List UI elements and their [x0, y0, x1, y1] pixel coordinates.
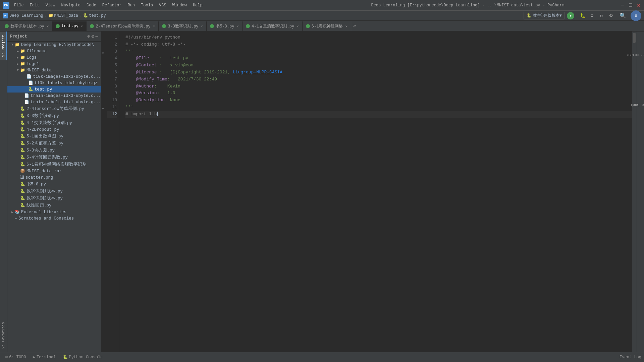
- menu-file[interactable]: File: [11, 2, 26, 8]
- tree-testpy[interactable]: 🐍 test.py: [7, 86, 101, 93]
- tab-digits33[interactable]: 3-3数字识别.py ✕: [159, 21, 207, 31]
- breadcrumb-file[interactable]: test.py: [89, 13, 106, 18]
- breadcrumb-project[interactable]: Deep Learnling: [9, 13, 43, 18]
- maximize-button[interactable]: □: [628, 3, 633, 8]
- search-button[interactable]: 🔍: [619, 12, 627, 19]
- tab-tensorflow[interactable]: 2-4Tensorflow简单示例.py ✕: [87, 21, 159, 31]
- run-config-dropdown[interactable]: 🐍 数字识别1版本▼: [524, 12, 565, 19]
- tree-logs1[interactable]: ▶ 📁 logs1: [7, 61, 101, 67]
- menu-code[interactable]: Code: [84, 2, 99, 8]
- close-button[interactable]: ✕: [636, 3, 641, 8]
- menu-help[interactable]: Help: [190, 2, 205, 8]
- tree-scatter51[interactable]: 🐍 5-1画出散点图.py: [7, 133, 101, 140]
- tree-root[interactable]: ▼ 📁 Deep Learnling E:\pythoncode\: [7, 42, 101, 48]
- code-line-1: #!/usr/bin/env python: [125, 34, 632, 41]
- tree-filename[interactable]: ▶ 📁 filename: [7, 48, 101, 54]
- sidebar-icon-locate[interactable]: ⊕: [87, 34, 90, 39]
- tree-book58[interactable]: 🐍 书5-8.py: [7, 181, 101, 188]
- titlebar: PC File Edit View Navigate Code Refactor…: [0, 0, 644, 11]
- back-icon[interactable]: ⟲: [607, 12, 614, 19]
- tree-linear-reg[interactable]: 🐍 线性回归.py: [7, 202, 101, 209]
- menu-navigate[interactable]: Navigate: [58, 2, 83, 8]
- tabbar: 数字识别1版本.py ✕ test.py ✕ 2-4Tensorflow简单示例…: [0, 21, 644, 32]
- tree-t10k-images[interactable]: 📄 t10k-images-idx3-ubyte.c...: [7, 73, 101, 80]
- tree-digits33[interactable]: 🐍 3-3数字识别.py: [7, 112, 101, 119]
- minimize-button[interactable]: ─: [620, 3, 625, 8]
- bottom-tab-terminal[interactable]: ▶ Terminal: [30, 354, 59, 360]
- right-scrollbar-gutter: [632, 32, 637, 352]
- tab-conv[interactable]: 6-1卷积神经网络 ✕: [303, 21, 351, 31]
- left-tab-project[interactable]: 1: Project: [0, 32, 7, 60]
- tree-tensorflow-simple[interactable]: 🐍 2-4Tensorflow简单示例.py: [7, 105, 101, 112]
- tab-label-conv: 6-1卷积神经网络: [312, 23, 343, 29]
- tree-conv61[interactable]: 🐍 6-1卷积神经网络实现数字识别: [7, 161, 101, 168]
- code-line-12: # import lib: [125, 111, 632, 118]
- tree-regression54[interactable]: 🐍 5-4计算回归系数.py: [7, 154, 101, 161]
- tree-train-images[interactable]: 📄 train-images-idx3-ubyte.c...: [7, 93, 101, 99]
- menu-window[interactable]: Window: [170, 2, 190, 8]
- code-area[interactable]: #!/usr/bin/env python # -*- coding: utf-…: [120, 32, 632, 352]
- bottombar: ☑ 6: TODO ▶ Terminal 🐍 Python Console Ev…: [0, 352, 644, 362]
- sidebar: Project ⊕ ⚙ — ▼ 📁 Deep Learnling E:\pyth…: [7, 32, 101, 352]
- tree-mnist-data[interactable]: ▼ 📁 MNIST_data: [7, 67, 101, 73]
- tree-scatter-png[interactable]: 🖼 scatter.png: [7, 174, 101, 181]
- breadcrumb-folder[interactable]: MNIST_data: [54, 13, 78, 18]
- tab-crossentropy[interactable]: 4-1交叉熵数字识别.py ✕: [243, 21, 303, 31]
- tab-label-active: test.py: [61, 24, 78, 28]
- tree-dropout[interactable]: 🐍 4-2Dropout.py: [7, 126, 101, 133]
- navbar: ▶ Deep Learnling › 📁 MNIST_data › 🐍 test…: [0, 11, 644, 21]
- tab-close-digits1[interactable]: ✕: [47, 24, 49, 28]
- menu-vcs[interactable]: VCS: [156, 2, 169, 8]
- tab-close-testpy[interactable]: ✕: [81, 24, 83, 28]
- main-area: 1: Project 2: Favorites Project ⊕ ⚙ — ▼ …: [0, 32, 644, 352]
- tab-book58[interactable]: 书5-8.py ✕: [207, 21, 243, 31]
- tab-close-conv[interactable]: ✕: [345, 24, 347, 28]
- run-area: 🐍 数字识别1版本▼ 🐛 ⚙ ↻ ⟲ 🔍 U: [524, 10, 641, 21]
- tree-mnist-rar[interactable]: 📦 MNIST_data.rar: [7, 168, 101, 174]
- tree-crossentropy41[interactable]: 🐍 4-1交叉熵数字识别.py: [7, 119, 101, 126]
- tree-digits2[interactable]: 🐍 数字识别2版本.py: [7, 195, 101, 202]
- tab-close-58[interactable]: ✕: [236, 24, 239, 28]
- project-label: Project: [10, 34, 27, 39]
- menu-run[interactable]: Run: [125, 2, 138, 8]
- scrollbar-thumb[interactable]: [633, 33, 636, 43]
- window-controls: ─ □ ✕: [620, 3, 641, 8]
- tree-logs[interactable]: ▶ 📁 logs: [7, 54, 101, 61]
- debug-icon[interactable]: 🐛: [579, 12, 586, 19]
- tab-overflow-button[interactable]: »: [351, 23, 358, 28]
- code-line-6: @License : (C)Copyright 2019-2021, Liugr…: [125, 69, 632, 76]
- tab-close-tf[interactable]: ✕: [153, 24, 155, 28]
- event-log-label[interactable]: Event Log: [620, 355, 641, 360]
- right-tab-structure[interactable]: Z: Structure: [624, 51, 644, 58]
- tab-close-33[interactable]: ✕: [201, 24, 203, 28]
- code-line-4: @File : test.py: [125, 55, 632, 62]
- tree-mean52[interactable]: 🐍 5-2均值和方差.py: [7, 140, 101, 147]
- tree-scratches[interactable]: ✏ Scratches and Consoles: [7, 215, 101, 222]
- menu-refactor[interactable]: Refactor: [100, 2, 124, 8]
- tree-ext-libs[interactable]: ▶ 📚 External Libraries: [7, 209, 101, 215]
- tree-t10k-labels[interactable]: 📄 t10k-labels-idx1-ubyte.gz: [7, 80, 101, 86]
- menu-view[interactable]: View: [43, 2, 58, 8]
- bottom-tab-python-console[interactable]: 🐍 Python Console: [60, 354, 106, 360]
- tab-digits1[interactable]: 数字识别1版本.py ✕: [1, 21, 52, 31]
- right-tab-wordbook[interactable]: Word Book: [627, 101, 644, 108]
- user-avatar[interactable]: U: [631, 10, 641, 21]
- code-line-9: @Version: 1.0: [125, 90, 632, 97]
- sidebar-icon-collapse[interactable]: —: [96, 34, 98, 39]
- run-button[interactable]: [567, 12, 574, 19]
- tab-icon-33: [162, 24, 166, 28]
- tree-digits1[interactable]: 🐍 数字识别1版本.py: [7, 188, 101, 195]
- tab-close-ce[interactable]: ✕: [297, 24, 299, 28]
- sidebar-icon-gear[interactable]: ⚙: [91, 34, 94, 39]
- left-tab-favorites[interactable]: 2: Favorites: [0, 319, 7, 352]
- code-line-5: @Contact : x.vip@com: [125, 62, 632, 69]
- todo-label: 6: TODO: [9, 355, 26, 360]
- settings-icon[interactable]: ⚙: [588, 12, 596, 19]
- tree-train-labels[interactable]: 📄 train-labels-idx1-ubyte.g...: [7, 99, 101, 105]
- menu-edit[interactable]: Edit: [27, 2, 42, 8]
- refresh-icon[interactable]: ↻: [598, 12, 605, 19]
- bottom-tab-todo[interactable]: ☑ 6: TODO: [3, 354, 29, 360]
- tree-cov53[interactable]: 🐍 5-3协方差.py: [7, 147, 101, 154]
- tab-testpy[interactable]: test.py ✕: [52, 21, 87, 31]
- menu-tools[interactable]: Tools: [138, 2, 156, 8]
